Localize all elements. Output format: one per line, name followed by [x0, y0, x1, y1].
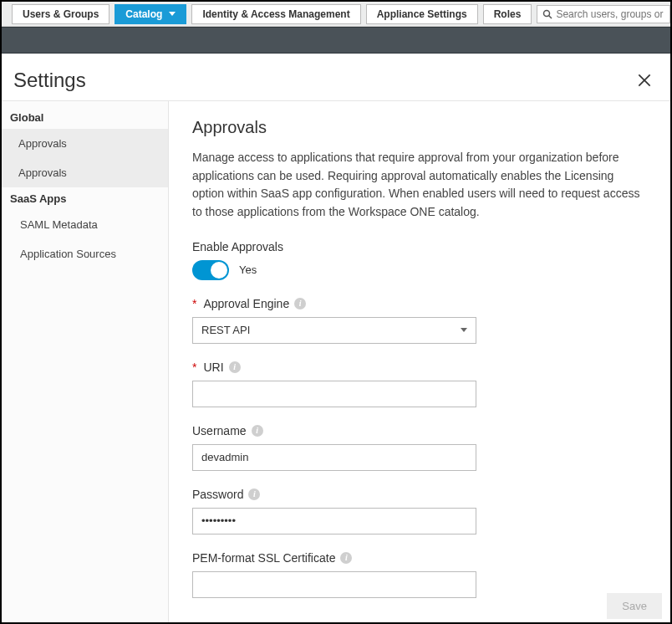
tab-identity-access[interactable]: Identity & Access Management: [191, 4, 360, 24]
sidebar-item-saml-metadata[interactable]: SAML Metadata: [2, 210, 168, 239]
toggle-knob: [211, 262, 227, 279]
settings-sidebar: Global Approvals Approvals SaaS Apps SAM…: [2, 101, 169, 624]
sidebar-item-approvals-2[interactable]: Approvals: [2, 158, 168, 187]
search-box[interactable]: [537, 5, 670, 23]
page-title: Settings: [13, 69, 86, 92]
password-input[interactable]: [192, 508, 476, 534]
info-icon[interactable]: i: [229, 361, 241, 373]
pem-cert-label: PEM-format SSL Certificate: [192, 551, 335, 565]
tab-appliance-settings[interactable]: Appliance Settings: [366, 4, 478, 24]
info-icon[interactable]: i: [340, 552, 352, 564]
content-heading: Approvals: [192, 118, 647, 137]
settings-content: Approvals Manage access to applications …: [169, 101, 670, 624]
approval-engine-select[interactable]: REST API: [192, 317, 476, 344]
tab-roles[interactable]: Roles: [483, 4, 532, 24]
chevron-down-icon: [169, 12, 176, 16]
enable-approvals-toggle[interactable]: [192, 260, 229, 280]
username-input[interactable]: [192, 444, 476, 471]
close-button[interactable]: [635, 71, 654, 90]
svg-point-0: [544, 10, 550, 16]
search-icon: [542, 9, 552, 19]
info-icon[interactable]: i: [294, 298, 306, 309]
toggle-state-label: Yes: [239, 263, 257, 276]
info-icon[interactable]: i: [248, 488, 260, 500]
content-description: Manage access to applications that requi…: [192, 149, 644, 222]
tab-catalog-label: Catalog: [125, 8, 162, 20]
tab-users-groups[interactable]: Users & Groups: [12, 4, 109, 24]
uri-input[interactable]: [192, 381, 476, 407]
uri-label: URI: [203, 361, 223, 374]
approval-engine-value: REST API: [201, 324, 250, 336]
save-button[interactable]: Save: [607, 593, 662, 619]
sidebar-item-approvals[interactable]: Approvals: [2, 129, 168, 158]
password-label: Password: [192, 488, 243, 501]
sidebar-item-application-sources[interactable]: Application Sources: [2, 239, 168, 269]
context-bar: [2, 27, 670, 54]
tab-catalog[interactable]: Catalog: [115, 4, 186, 24]
page-header: Settings: [2, 54, 670, 101]
approval-engine-label: Approval Engine: [203, 297, 289, 310]
required-asterisk: *: [192, 361, 196, 374]
required-asterisk: *: [192, 297, 196, 310]
close-icon: [636, 72, 653, 89]
chevron-down-icon: [461, 328, 467, 332]
top-navigation: Users & Groups Catalog Identity & Access…: [2, 2, 670, 27]
search-input[interactable]: [556, 8, 664, 20]
svg-line-1: [549, 15, 552, 18]
enable-approvals-label: Enable Approvals: [192, 240, 647, 253]
pem-cert-input[interactable]: [192, 571, 476, 598]
sidebar-section-global: Global: [2, 106, 168, 129]
sidebar-section-saas: SaaS Apps: [2, 187, 168, 210]
username-label: Username: [192, 424, 247, 437]
info-icon[interactable]: i: [252, 425, 263, 437]
